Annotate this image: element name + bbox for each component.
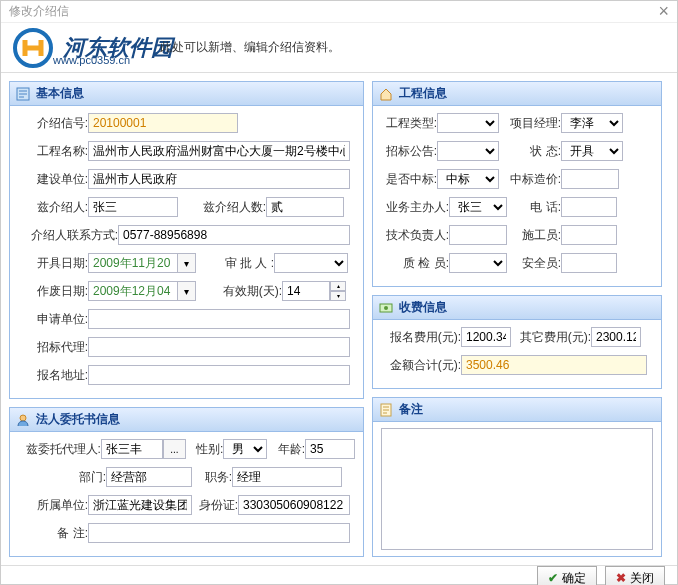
legal-remark-label: 备 注: xyxy=(18,525,88,542)
valid-days-input[interactable] xyxy=(282,281,330,301)
person-icon xyxy=(16,413,30,427)
cancel-button[interactable]: ✖关闭 xyxy=(605,566,665,585)
affil-unit-input[interactable] xyxy=(88,495,192,515)
other-fee-label: 其它费用(元): xyxy=(511,329,591,346)
total-input xyxy=(461,355,647,375)
build-unit-label: 建设单位: xyxy=(18,171,88,188)
introduce-count-label: 兹介绍人数: xyxy=(186,199,266,216)
type-select[interactable] xyxy=(437,113,499,133)
contact-input[interactable] xyxy=(118,225,350,245)
bidnotice-select[interactable] xyxy=(437,141,499,161)
techlead-input[interactable] xyxy=(449,225,507,245)
header-desc: 此处可以新增、编辑介绍信资料。 xyxy=(160,39,340,56)
apply-unit-input[interactable] xyxy=(88,309,350,329)
app-logo xyxy=(13,28,53,68)
window-title: 修改介绍信 xyxy=(9,3,69,20)
phone-label: 电 话: xyxy=(507,199,561,216)
bid-agent-label: 招标代理: xyxy=(18,339,88,356)
form-icon xyxy=(16,87,30,101)
bizowner-select[interactable]: 张三 xyxy=(449,197,507,217)
agent-browse[interactable]: ... xyxy=(163,439,186,459)
qc-label: 质 检 员: xyxy=(381,255,449,272)
close-icon[interactable]: × xyxy=(658,1,669,22)
bid-agent-input[interactable] xyxy=(88,337,350,357)
agent-input[interactable] xyxy=(101,439,163,459)
basic-info-panel: 基本信息 介绍信号: 工程名称: 建设单位: xyxy=(9,81,364,399)
apply-unit-label: 申请单位: xyxy=(18,311,88,328)
panel-title: 收费信息 xyxy=(399,299,447,316)
phone-input[interactable] xyxy=(561,197,617,217)
agent-label: 兹委托代理人: xyxy=(18,441,101,458)
dept-input[interactable] xyxy=(106,467,192,487)
other-fee-input[interactable] xyxy=(591,327,641,347)
note-icon xyxy=(379,403,393,417)
signup-addr-label: 报名地址: xyxy=(18,367,88,384)
legal-remark-input[interactable] xyxy=(88,523,350,543)
remark-panel: 备注 xyxy=(372,397,662,557)
build-unit-input[interactable] xyxy=(88,169,350,189)
fee-panel: 收费信息 报名费用(元): 其它费用(元): 金额合计(元): xyxy=(372,295,662,389)
affil-unit-label: 所属单位: xyxy=(18,497,88,514)
safety-label: 安全员: xyxy=(507,255,561,272)
approver-select[interactable] xyxy=(274,253,348,273)
bizowner-label: 业务主办人: xyxy=(381,199,449,216)
ref-no-input[interactable] xyxy=(88,113,238,133)
manager-select[interactable]: 李泽 xyxy=(561,113,623,133)
safety-input[interactable] xyxy=(561,253,617,273)
valid-days-label: 有效期(天): xyxy=(204,283,282,300)
introducer-input[interactable] xyxy=(88,197,178,217)
type-label: 工程类型: xyxy=(381,115,437,132)
idcard-label: 身份证: xyxy=(192,497,238,514)
techlead-label: 技术负责人: xyxy=(381,227,449,244)
project-panel: 工程信息 工程类型: 项目经理: 李泽 招标公告: 状 态: 开具 xyxy=(372,81,662,287)
cross-icon: ✖ xyxy=(616,571,626,585)
approver-label: 审 批 人 : xyxy=(204,255,274,272)
winbid-label: 是否中标: xyxy=(381,171,437,188)
qc-select[interactable] xyxy=(449,253,507,273)
age-label: 年龄: xyxy=(267,441,305,458)
idcard-input[interactable] xyxy=(238,495,350,515)
issue-date-input[interactable] xyxy=(88,253,178,273)
svg-point-2 xyxy=(20,415,26,421)
issue-date-picker[interactable]: ▾ xyxy=(178,253,196,273)
panel-title: 备注 xyxy=(399,401,423,418)
status-select[interactable]: 开具 xyxy=(561,141,623,161)
gender-select[interactable]: 男 xyxy=(223,439,267,459)
position-input[interactable] xyxy=(232,467,342,487)
contact-label: 介绍人联系方式: xyxy=(18,227,118,244)
age-input[interactable] xyxy=(305,439,355,459)
status-label: 状 态: xyxy=(499,143,561,160)
check-icon: ✔ xyxy=(548,571,558,585)
signup-fee-label: 报名费用(元): xyxy=(381,329,461,346)
panel-title: 工程信息 xyxy=(399,85,447,102)
valid-days-down[interactable]: ▾ xyxy=(330,291,346,301)
worker-input[interactable] xyxy=(561,225,617,245)
position-label: 职务: xyxy=(192,469,232,486)
project-name-input[interactable] xyxy=(88,141,350,161)
ref-no-label: 介绍信号: xyxy=(18,115,88,132)
money-icon xyxy=(379,301,393,315)
introducer-label: 兹介绍人: xyxy=(18,199,88,216)
worker-label: 施工员: xyxy=(507,227,561,244)
void-date-input[interactable] xyxy=(88,281,178,301)
brand-url: www.pc0359.cn xyxy=(53,54,130,66)
manager-label: 项目经理: xyxy=(499,115,561,132)
winprice-label: 中标造价: xyxy=(499,171,561,188)
svg-point-4 xyxy=(384,306,388,310)
legal-panel: 法人委托书信息 兹委托代理人: ... 性别: 男 年龄: 部门: xyxy=(9,407,364,557)
void-date-label: 作废日期: xyxy=(18,283,88,300)
ok-button[interactable]: ✔确定 xyxy=(537,566,597,585)
introduce-count-input[interactable] xyxy=(266,197,344,217)
void-date-picker[interactable]: ▾ xyxy=(178,281,196,301)
bidnotice-label: 招标公告: xyxy=(381,143,437,160)
remark-textarea[interactable] xyxy=(381,428,653,550)
valid-days-up[interactable]: ▴ xyxy=(330,281,346,291)
winprice-input[interactable] xyxy=(561,169,619,189)
dept-label: 部门: xyxy=(18,469,106,486)
gender-label: 性别: xyxy=(186,441,224,458)
signup-fee-input[interactable] xyxy=(461,327,511,347)
winbid-select[interactable]: 中标 xyxy=(437,169,499,189)
panel-title: 基本信息 xyxy=(36,85,84,102)
total-label: 金额合计(元): xyxy=(381,357,461,374)
signup-addr-input[interactable] xyxy=(88,365,350,385)
